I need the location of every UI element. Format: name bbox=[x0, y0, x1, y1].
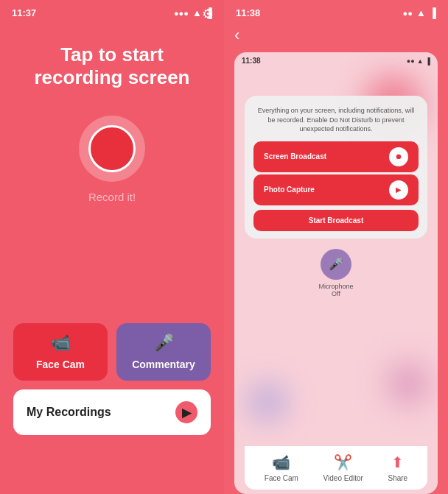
record-circle-inner[interactable] bbox=[88, 125, 136, 172]
time-right: 11:38 bbox=[236, 7, 260, 18]
gradient-blob-3 bbox=[249, 384, 286, 420]
broadcast-notice: Everything on your screen, including not… bbox=[253, 106, 419, 134]
inner-battery-icon: ▐ bbox=[426, 57, 430, 65]
inner-screen: 11:38 ●● ▲ ▐ Everything on your screen, … bbox=[234, 52, 438, 494]
photo-capture-option[interactable]: Photo Capture ▶ bbox=[253, 174, 419, 205]
headline-text: Tap to start recording screen bbox=[0, 43, 224, 89]
status-bar-right: 11:38 ●● ▲ ▐ bbox=[224, 0, 448, 21]
nav-share-icon: ⬆ bbox=[391, 454, 404, 471]
nav-face-cam-label: Face Cam bbox=[265, 474, 298, 482]
my-recordings-label: My Recordings bbox=[27, 406, 111, 419]
broadcast-popup: Everything on your screen, including not… bbox=[245, 96, 427, 239]
camera-icon: 📹 bbox=[51, 334, 71, 353]
bottom-buttons: 📹 Face Cam 🎤 Commentary My Recordings ▶ bbox=[0, 323, 224, 435]
screen-broadcast-label: Screen Broadcast bbox=[264, 152, 326, 160]
nav-video-editor[interactable]: ✂️ Video Editor bbox=[323, 454, 363, 482]
camera-capture-icon: ▶ bbox=[389, 180, 408, 200]
nav-share-label: Share bbox=[388, 474, 407, 482]
play-icon-circle: ▶ bbox=[175, 401, 197, 423]
photo-capture-label: Photo Capture bbox=[264, 186, 315, 194]
right-phone: 11:38 ●● ▲ ▐ ‹ 11:38 ●● ▲ ▐ Everything o… bbox=[224, 0, 448, 494]
play-icon: ▶ bbox=[182, 406, 191, 420]
gear-button[interactable]: ⚙ bbox=[202, 6, 214, 22]
inner-signal-icon: ●● bbox=[407, 57, 415, 65]
record-dot-icon: ⏺ bbox=[389, 147, 408, 166]
left-phone: 11:37 ●●● ▲ ▐ ⚙ Tap to start recording s… bbox=[0, 0, 224, 494]
signal-icon-right: ●● bbox=[403, 9, 413, 18]
battery-icon-right: ▐ bbox=[430, 7, 436, 18]
face-cam-label: Face Cam bbox=[36, 359, 85, 370]
bottom-nav-right: 📹 Face Cam ✂️ Video Editor ⬆ Share bbox=[245, 446, 427, 490]
gear-icon: ⚙ bbox=[202, 7, 214, 21]
nav-camera-icon: 📹 bbox=[272, 454, 290, 471]
face-cam-button[interactable]: 📹 Face Cam bbox=[13, 323, 108, 381]
start-broadcast-button[interactable]: Start Broadcast bbox=[253, 210, 419, 231]
back-chevron-icon: ‹ bbox=[234, 26, 239, 44]
mic-icon: 🎤 bbox=[154, 334, 174, 353]
microphone-section: 🎤 Microphone Off bbox=[234, 249, 438, 297]
broadcast-options: Screen Broadcast ⏺ Photo Capture ▶ bbox=[253, 141, 419, 205]
inner-status-icons: ●● ▲ ▐ bbox=[407, 57, 430, 65]
record-circle-outer[interactable] bbox=[79, 116, 145, 182]
feature-buttons-row: 📹 Face Cam 🎤 Commentary bbox=[13, 323, 211, 381]
commentary-button[interactable]: 🎤 Commentary bbox=[116, 323, 211, 381]
nav-scissors-icon: ✂️ bbox=[334, 454, 352, 471]
microphone-label: Microphone Off bbox=[318, 283, 353, 297]
wifi-icon: ▲ bbox=[192, 7, 202, 18]
gradient-blob-2 bbox=[386, 361, 430, 406]
time-left: 11:37 bbox=[12, 7, 36, 18]
status-icons-right: ●● ▲ ▐ bbox=[403, 7, 436, 18]
my-recordings-button[interactable]: My Recordings ▶ bbox=[13, 389, 211, 435]
wifi-icon-right: ▲ bbox=[416, 7, 426, 18]
microphone-circle[interactable]: 🎤 bbox=[321, 249, 351, 280]
nav-video-editor-label: Video Editor bbox=[323, 474, 363, 482]
status-bar-left: 11:37 ●●● ▲ ▐ bbox=[0, 0, 224, 21]
start-broadcast-label: Start Broadcast bbox=[309, 216, 363, 225]
back-button[interactable]: ‹ bbox=[224, 21, 448, 49]
signal-icon: ●●● bbox=[174, 9, 189, 18]
inner-wifi-icon: ▲ bbox=[417, 57, 424, 65]
nav-face-cam[interactable]: 📹 Face Cam bbox=[265, 454, 298, 482]
inner-time: 11:38 bbox=[242, 57, 261, 65]
nav-share[interactable]: ⬆ Share bbox=[388, 454, 407, 482]
commentary-label: Commentary bbox=[132, 359, 195, 370]
record-label: Record it! bbox=[88, 191, 136, 203]
inner-status-bar: 11:38 ●● ▲ ▐ bbox=[234, 52, 438, 66]
record-button-area[interactable]: Record it! bbox=[79, 116, 145, 203]
screen-broadcast-option[interactable]: Screen Broadcast ⏺ bbox=[253, 141, 419, 172]
microphone-icon: 🎤 bbox=[329, 257, 343, 271]
